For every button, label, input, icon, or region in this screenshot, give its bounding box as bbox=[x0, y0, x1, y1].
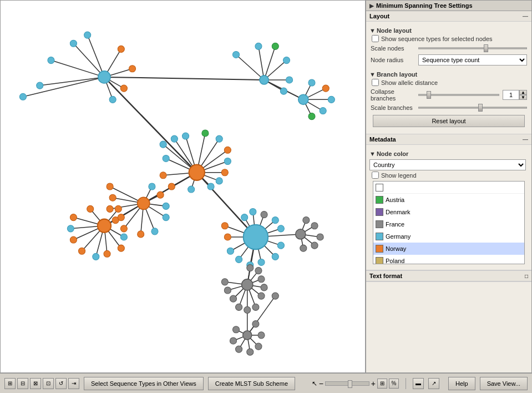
svg-point-149 bbox=[163, 203, 169, 209]
color-list-poland[interactable]: Poland bbox=[373, 255, 524, 264]
svg-line-22 bbox=[104, 77, 197, 173]
svg-point-176 bbox=[250, 208, 256, 215]
svg-line-4 bbox=[88, 35, 104, 77]
layout-collapse-btn[interactable]: — bbox=[523, 13, 528, 19]
color-list-blank[interactable] bbox=[373, 182, 524, 194]
svg-point-106 bbox=[19, 93, 26, 100]
zoom-percent-btn[interactable]: % bbox=[389, 379, 399, 389]
scale-branches-label: Scale branches bbox=[371, 104, 415, 111]
svg-point-140 bbox=[138, 197, 150, 209]
svg-point-175 bbox=[261, 211, 267, 218]
color-list-denmark[interactable]: Denmark bbox=[373, 206, 524, 218]
metadata-collapse-btn[interactable]: — bbox=[523, 137, 528, 143]
popout-btn[interactable]: ↗ bbox=[428, 378, 439, 389]
svg-point-172 bbox=[277, 242, 284, 249]
show-seq-types-row: Show sequence types for selected nodes bbox=[369, 35, 528, 42]
color-list-austria[interactable]: Austria bbox=[373, 194, 524, 206]
show-allelic-checkbox[interactable] bbox=[372, 79, 379, 86]
svg-point-158 bbox=[104, 250, 110, 257]
save-view-btn[interactable]: Save View... bbox=[480, 377, 528, 390]
svg-line-2 bbox=[40, 77, 104, 85]
poland-label: Poland bbox=[386, 258, 404, 264]
svg-point-174 bbox=[272, 217, 278, 224]
svg-point-173 bbox=[277, 225, 284, 232]
svg-point-120 bbox=[308, 79, 315, 86]
minimize-btn[interactable]: ▬ bbox=[413, 378, 424, 389]
zoom-plus[interactable]: + bbox=[371, 379, 376, 388]
svg-point-201 bbox=[255, 343, 262, 350]
toolbar-icon-6[interactable]: ⇥ bbox=[68, 378, 79, 389]
show-legend-checkbox[interactable] bbox=[372, 172, 379, 179]
svg-point-111 bbox=[109, 96, 116, 103]
show-allelic-label: Show allelic distance bbox=[381, 79, 438, 86]
denmark-swatch bbox=[376, 208, 383, 216]
svg-point-132 bbox=[224, 158, 231, 164]
fit-btn[interactable]: ⊞ bbox=[377, 379, 387, 389]
svg-point-119 bbox=[298, 94, 308, 104]
svg-point-123 bbox=[320, 107, 326, 114]
layout-section-content: ▼ Node layout Show sequence types for se… bbox=[366, 22, 531, 134]
svg-point-117 bbox=[286, 77, 292, 83]
france-label: France bbox=[386, 221, 404, 228]
help-btn[interactable]: Help bbox=[448, 377, 475, 390]
toolbar-icon-2[interactable]: ⊟ bbox=[17, 378, 28, 389]
settings-panel: ▶ Minimum Spanning Tree Settings Layout … bbox=[366, 0, 532, 373]
svg-point-152 bbox=[98, 219, 111, 233]
toolbar-icons: ⊞ ⊟ ⊠ ⊡ ↺ ⇥ bbox=[4, 378, 79, 389]
svg-point-109 bbox=[129, 66, 135, 72]
color-list-germany[interactable]: Germany bbox=[373, 230, 524, 243]
show-legend-row: Show legend bbox=[369, 172, 528, 179]
svg-point-108 bbox=[118, 46, 124, 52]
scale-branches-slider[interactable] bbox=[418, 104, 527, 112]
svg-point-187 bbox=[230, 295, 236, 302]
svg-point-191 bbox=[258, 293, 265, 299]
zoom-minus[interactable]: − bbox=[319, 379, 323, 388]
svg-point-118 bbox=[280, 88, 287, 94]
svg-point-147 bbox=[151, 228, 158, 235]
collapse-branches-slider[interactable] bbox=[418, 91, 499, 99]
toolbar-icon-1[interactable]: ⊞ bbox=[4, 378, 16, 389]
select-seq-types-btn[interactable]: Select Sequence Types in Other Views bbox=[84, 377, 204, 390]
color-list-france[interactable]: France bbox=[373, 218, 524, 230]
svg-point-195 bbox=[247, 264, 254, 271]
svg-point-194 bbox=[255, 268, 262, 274]
svg-point-171 bbox=[272, 253, 278, 260]
collapse-up-btn[interactable]: ▲ bbox=[519, 90, 527, 95]
create-mlst-btn[interactable]: Create MLST Sub Scheme bbox=[208, 377, 295, 390]
toolbar-icon-5[interactable]: ↺ bbox=[55, 378, 67, 389]
cursor-icon[interactable]: ↖ bbox=[312, 380, 317, 387]
scale-nodes-slider[interactable] bbox=[418, 44, 527, 52]
color-list-norway[interactable]: Norway bbox=[373, 243, 524, 255]
svg-point-188 bbox=[236, 304, 242, 310]
austria-swatch bbox=[376, 196, 383, 204]
svg-point-121 bbox=[322, 85, 329, 92]
svg-point-165 bbox=[221, 223, 228, 229]
svg-point-164 bbox=[244, 225, 268, 249]
branch-layout-triangle: ▼ bbox=[369, 71, 376, 78]
text-format-expand-btn[interactable]: □ bbox=[525, 273, 528, 279]
svg-point-197 bbox=[232, 326, 239, 333]
node-color-triangle: ▼ bbox=[369, 150, 376, 157]
svg-point-105 bbox=[37, 82, 43, 89]
color-list[interactable]: Austria Denmark France Germany bbox=[373, 181, 525, 264]
metadata-content: ▼ Node color CountryNoneYear Show legend bbox=[366, 145, 531, 270]
toolbar-icon-4[interactable]: ⊡ bbox=[43, 378, 54, 389]
node-radius-dropdown[interactable]: Sequence type countFixed size bbox=[418, 54, 527, 66]
svg-point-177 bbox=[241, 214, 248, 221]
reset-layout-btn[interactable]: Reset layout bbox=[373, 115, 525, 127]
collapse-value-input[interactable]: ▲ ▼ bbox=[503, 90, 527, 100]
collapse-down-btn[interactable]: ▼ bbox=[519, 95, 527, 100]
zoom-slider[interactable] bbox=[325, 381, 369, 386]
svg-line-3 bbox=[23, 77, 104, 97]
svg-point-182 bbox=[311, 242, 318, 249]
country-dropdown[interactable]: CountryNoneYear bbox=[369, 159, 526, 170]
show-seq-types-checkbox[interactable] bbox=[372, 35, 379, 42]
svg-point-116 bbox=[283, 57, 290, 64]
svg-point-180 bbox=[311, 223, 318, 229]
collapse-number[interactable] bbox=[503, 90, 519, 100]
germany-label: Germany bbox=[386, 233, 411, 240]
toolbar-icon-3[interactable]: ⊠ bbox=[30, 378, 41, 389]
svg-point-151 bbox=[149, 183, 155, 190]
svg-point-192 bbox=[261, 284, 267, 291]
svg-point-131 bbox=[224, 147, 231, 153]
